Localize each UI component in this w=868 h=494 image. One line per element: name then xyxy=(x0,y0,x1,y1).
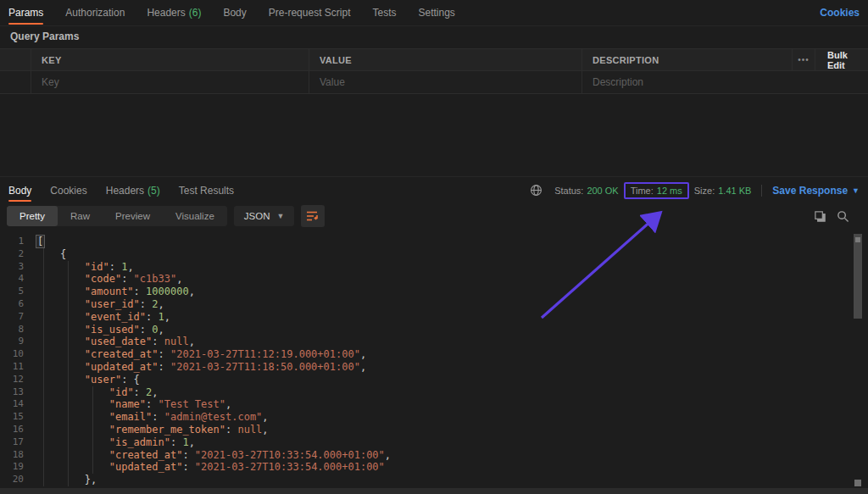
code-line: 13 "id": 2, xyxy=(0,386,868,399)
language-dropdown-value: JSON xyxy=(244,211,270,221)
save-response-label: Save Response xyxy=(772,185,848,197)
code-line: 6 "user_id": 2, xyxy=(0,298,868,311)
request-tab-headers[interactable]: Headers(6) xyxy=(147,0,201,26)
tab-count-badge: (5) xyxy=(147,185,160,197)
code-line: 2 { xyxy=(0,248,868,261)
indent-guide xyxy=(43,248,44,486)
code-line: 19 "updated_at": "2021-03-27T10:33:54.00… xyxy=(0,461,868,474)
request-tab-tests[interactable]: Tests xyxy=(372,0,396,26)
network-globe-icon[interactable] xyxy=(530,184,542,197)
view-tab-raw[interactable]: Raw xyxy=(58,206,103,226)
key-input[interactable]: Key xyxy=(31,71,309,93)
time-value: 12 ms xyxy=(657,186,682,196)
indent-guide xyxy=(68,261,69,486)
scrollbar-thumb[interactable] xyxy=(854,234,862,319)
response-action-icons xyxy=(814,210,861,223)
request-tab-settings[interactable]: Settings xyxy=(419,0,455,26)
line-number: 18 xyxy=(0,449,29,462)
code-line: 14 "name": "Test Test", xyxy=(0,398,868,411)
description-input[interactable]: Description xyxy=(582,71,793,93)
search-icon[interactable] xyxy=(837,210,849,223)
request-tab-params[interactable]: Params xyxy=(8,0,43,26)
row-checkbox-cell xyxy=(0,71,31,93)
bulk-edit-cell: Bulk Edit xyxy=(815,49,868,70)
tab-count-badge: (6) xyxy=(189,7,202,19)
code-line: 18 "created_at": "2021-03-27T10:33:54.00… xyxy=(0,449,868,462)
line-content: "user": { xyxy=(29,374,140,386)
beautify-icon xyxy=(306,210,320,222)
beautify-button[interactable] xyxy=(301,205,325,227)
line-content: "user_id": 2, xyxy=(29,298,164,311)
response-tab-body[interactable]: Body xyxy=(8,177,31,204)
code-line: 16 "remember_me_token": null, xyxy=(0,424,868,436)
view-tab-pretty[interactable]: Pretty xyxy=(7,206,58,226)
request-tab-body[interactable]: Body xyxy=(223,0,246,26)
size-label: Size: xyxy=(694,186,715,196)
line-number: 5 xyxy=(0,286,29,298)
row-more-cell xyxy=(793,71,815,93)
code-line: 20 }, xyxy=(0,474,868,486)
postman-window: ParamsAuthorizationHeaders(6)BodyPre-req… xyxy=(0,0,868,494)
code-line: 10 "created_at": "2021-03-27T11:12:19.00… xyxy=(0,348,868,361)
query-params-table: KEY VALUE DESCRIPTION ••• Bulk Edit Key … xyxy=(0,48,868,94)
line-content: "is_used": 0, xyxy=(29,324,164,336)
code-line: 9 "used_date": null, xyxy=(0,336,868,348)
size-indicator: Size: 1.41 KB xyxy=(694,186,752,196)
request-tab-pre-request-script[interactable]: Pre-request Script xyxy=(269,0,351,26)
line-number: 3 xyxy=(0,261,29,274)
query-params-title: Query Params xyxy=(10,31,79,42)
line-number: 4 xyxy=(0,273,29,286)
more-options-cell: ••• xyxy=(793,49,815,70)
tab-label: Pre-request Script xyxy=(269,7,351,19)
params-input-row: Key Value Description xyxy=(0,71,868,94)
request-tab-bar: ParamsAuthorizationHeaders(6)BodyPre-req… xyxy=(0,0,868,26)
tab-label: Body xyxy=(8,185,31,197)
line-number: 19 xyxy=(0,461,29,474)
code-line: 8 "is_used": 0, xyxy=(0,324,868,336)
description-column-header: DESCRIPTION xyxy=(582,49,793,70)
row-bulk-cell xyxy=(815,71,868,93)
line-content: "name": "Test Test", xyxy=(29,398,231,411)
view-tab-visualize[interactable]: Visualize xyxy=(163,206,227,226)
response-header: BodyCookiesHeaders(5)Test Results Status… xyxy=(0,176,868,203)
copy-icon[interactable] xyxy=(814,210,826,223)
tab-label: Tests xyxy=(372,7,396,19)
line-content: { xyxy=(29,248,66,261)
line-number: 1 xyxy=(0,236,29,248)
tab-label: Headers xyxy=(106,185,144,197)
response-tab-headers[interactable]: Headers(5) xyxy=(106,177,160,204)
tab-label: Authorization xyxy=(65,7,125,19)
response-tab-cookies[interactable]: Cookies xyxy=(50,177,86,204)
line-content: "updated_at": "2021-03-27T10:33:54.000+0… xyxy=(29,461,385,474)
line-content: [ xyxy=(29,236,45,248)
line-number: 16 xyxy=(0,424,29,436)
line-content: "id": 2, xyxy=(29,386,159,399)
request-tab-authorization[interactable]: Authorization xyxy=(65,0,125,26)
response-view-toolbar: PrettyRawPreviewVisualize JSON ▼ xyxy=(0,203,868,229)
scrollbar-marker xyxy=(854,480,861,486)
value-input[interactable]: Value xyxy=(309,71,582,93)
vertical-scrollbar[interactable] xyxy=(854,232,862,486)
language-dropdown[interactable]: JSON ▼ xyxy=(234,206,295,226)
line-content: "code": "c1b33", xyxy=(29,273,182,286)
size-value: 1.41 KB xyxy=(718,186,751,196)
response-body-editor[interactable]: 1[2 {3 "id": 1,4 "code": "c1b33",5 "amou… xyxy=(0,230,868,488)
line-number: 7 xyxy=(0,311,29,324)
code-line: 5 "amount": 1000000, xyxy=(0,286,868,298)
cookies-link[interactable]: Cookies xyxy=(820,7,860,19)
indent-guide xyxy=(92,386,93,474)
bulk-edit-button[interactable]: Bulk Edit xyxy=(827,50,858,70)
line-number: 2 xyxy=(0,248,29,261)
request-tabs-container: ParamsAuthorizationHeaders(6)BodyPre-req… xyxy=(8,0,477,26)
save-response-button[interactable]: Save Response ▼ xyxy=(772,185,860,197)
line-content: "is_admin": 1, xyxy=(29,436,195,449)
line-content: "updated_at": "2021-03-27T11:18:50.000+0… xyxy=(29,361,366,374)
view-tab-preview[interactable]: Preview xyxy=(103,206,163,226)
code-line: 1[ xyxy=(0,236,868,248)
more-options-icon[interactable]: ••• xyxy=(798,55,810,64)
code-line: 11 "updated_at": "2021-03-27T11:18:50.00… xyxy=(0,361,868,374)
key-column-header: KEY xyxy=(31,49,309,70)
response-tab-test-results[interactable]: Test Results xyxy=(179,177,234,204)
status-label: Status: xyxy=(554,186,583,196)
line-number: 15 xyxy=(0,411,29,424)
